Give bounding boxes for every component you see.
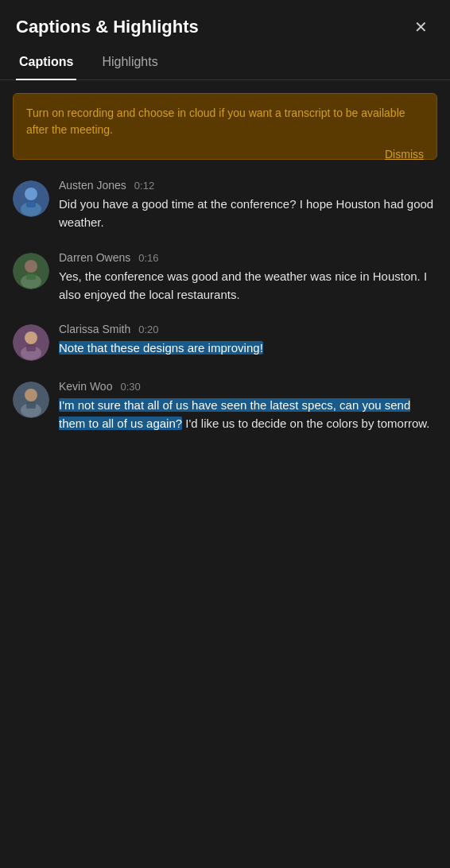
avatar [13,382,49,418]
notification-text: Turn on recording and choose in cloud if… [26,105,424,138]
message-item: Kevin Woo 0:30 I'm not sure that all of … [13,380,437,433]
message-meta: Darren Owens 0:16 [59,251,437,264]
svg-point-5 [25,260,37,273]
svg-rect-15 [26,402,36,409]
notification-banner: Turn on recording and choose in cloud if… [13,93,437,160]
timestamp: 0:30 [120,381,140,393]
dialog-title: Captions & Highlights [16,17,199,37]
svg-rect-3 [26,201,36,207]
message-text: Yes, the conference was good and the wea… [59,267,437,304]
speaker-name: Clarissa Smith [59,323,130,335]
message-item: Austen Jones 0:12 Did you have a good ti… [13,179,437,232]
timestamp: 0:20 [138,324,158,335]
message-meta: Kevin Woo 0:30 [59,380,437,393]
timestamp: 0:12 [134,180,154,192]
highlighted-text: I'm not sure that all of us have seen th… [59,398,410,430]
speaker-name: Kevin Woo [59,380,112,393]
message-content: Kevin Woo 0:30 I'm not sure that all of … [59,380,437,433]
tab-captions[interactable]: Captions [16,48,76,80]
speaker-name: Austen Jones [59,179,126,192]
svg-rect-11 [26,345,36,351]
timestamp: 0:16 [138,252,158,264]
message-text: I'm not sure that all of us have seen th… [59,396,437,433]
speaker-name: Darren Owens [59,251,130,264]
message-item: Clarissa Smith 0:20 Note that these desi… [13,323,437,361]
dismiss-button[interactable]: Dismiss [385,148,424,161]
message-content: Darren Owens 0:16 Yes, the conference wa… [59,251,437,304]
message-content: Austen Jones 0:12 Did you have a good ti… [59,179,437,232]
avatar [13,180,49,217]
message-text: Note that these designs are improving! [59,339,437,357]
avatar [13,253,49,289]
svg-rect-7 [26,273,36,280]
svg-point-1 [25,188,37,200]
tab-bar: Captions Highlights [0,48,450,80]
message-text: Did you have a good time at the conferen… [59,195,437,232]
avatar [13,324,49,361]
close-button[interactable]: ✕ [408,16,434,38]
svg-point-9 [25,331,37,344]
message-item: Darren Owens 0:16 Yes, the conference wa… [13,251,437,304]
tab-highlights[interactable]: Highlights [99,48,161,80]
svg-point-13 [25,389,37,401]
messages-list: Austen Jones 0:12 Did you have a good ti… [0,172,450,459]
message-content: Clarissa Smith 0:20 Note that these desi… [59,323,437,357]
message-meta: Clarissa Smith 0:20 [59,323,437,335]
dialog-header: Captions & Highlights ✕ [0,0,450,48]
highlighted-text: Note that these designs are improving! [59,341,263,355]
message-meta: Austen Jones 0:12 [59,179,437,192]
close-icon: ✕ [414,18,428,36]
